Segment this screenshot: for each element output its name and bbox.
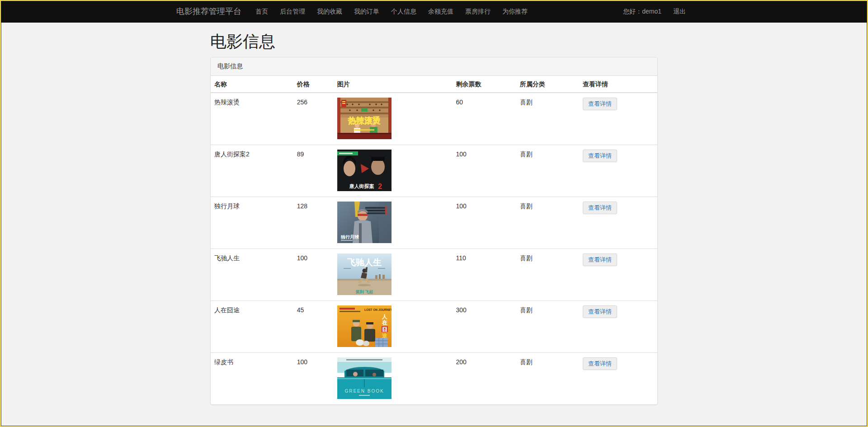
table-row: 唐人街探案2 89 唐人街探案 2 100 喜剧 查看详情 xyxy=(211,145,657,197)
movie-poster: 热辣滚烫 xyxy=(337,98,392,139)
movie-poster: 唐人街探案 2 xyxy=(337,150,392,191)
logout-link[interactable]: 退出 xyxy=(667,0,692,23)
movie-poster: GREEN BOOK xyxy=(337,357,392,399)
navbar: 电影推荐管理平台 首页 后台管理 我的收藏 我的订单 个人信息 余额充值 票房排… xyxy=(0,0,868,23)
movie-category-cell: 喜剧 xyxy=(516,249,579,300)
poster-yolo-image: 热辣滚烫 xyxy=(337,98,392,139)
poster-green-book-image: GREEN BOOK xyxy=(337,357,392,399)
column-header: 价格 xyxy=(293,76,334,93)
poster-moon-man-image: 独行月球 xyxy=(337,202,392,243)
movie-poster-cell: GREEN BOOK xyxy=(334,352,453,404)
view-detail-button[interactable]: 查看详情 xyxy=(583,253,617,266)
movie-price-cell: 45 xyxy=(293,300,334,352)
movie-poster-cell: 飞驰人生 笑到 飞起 xyxy=(334,249,453,300)
movie-poster-cell: 热辣滚烫 xyxy=(334,93,453,145)
movie-poster: LOST ON JOURNEY 人 在 囧 途 xyxy=(337,305,392,347)
column-header: 剩余票数 xyxy=(452,76,516,93)
svg-text:GREEN BOOK: GREEN BOOK xyxy=(344,389,384,394)
movie-tickets-cell: 100 xyxy=(452,145,516,197)
column-header: 查看详情 xyxy=(579,76,657,93)
svg-text:在: 在 xyxy=(382,319,387,326)
column-header: 名称 xyxy=(211,76,293,93)
poster-lost-on-journey-image: LOST ON JOURNEY 人 在 囧 途 xyxy=(337,305,392,347)
movie-poster-cell: 唐人街探案 2 xyxy=(334,145,453,197)
movie-tickets-cell: 300 xyxy=(452,300,516,352)
poster-dc2-image: 唐人街探案 2 xyxy=(337,150,392,191)
movie-category-cell: 喜剧 xyxy=(516,93,579,145)
movie-price-cell: 100 xyxy=(293,249,334,300)
svg-text:热辣滚烫: 热辣滚烫 xyxy=(348,116,381,125)
movie-poster-cell: LOST ON JOURNEY 人 在 囧 途 xyxy=(334,300,453,352)
navbar-right: 您好：demo1 退出 xyxy=(617,0,692,23)
movie-tickets-cell: 200 xyxy=(452,352,516,404)
table-body: 热辣滚烫 256 热辣滚烫 60 喜剧 查看详情 xyxy=(211,93,657,404)
table-row: 独行月球 128 独行月球 100 喜剧 查看详情 xyxy=(211,197,657,249)
movie-action-cell: 查看详情 xyxy=(579,93,657,145)
view-detail-button[interactable]: 查看详情 xyxy=(583,305,617,318)
nav-item-boxoffice[interactable]: 票房排行 xyxy=(459,0,496,23)
nav-item-orders[interactable]: 我的订单 xyxy=(348,0,385,23)
movie-price-cell: 100 xyxy=(293,352,334,404)
movie-name-cell: 唐人街探案2 xyxy=(211,145,293,197)
nav-item-home[interactable]: 首页 xyxy=(250,0,274,23)
movie-action-cell: 查看详情 xyxy=(579,145,657,197)
table-row: 飞驰人生 100 飞驰人生 笑到 飞起 110 喜剧 查看详情 xyxy=(211,249,657,300)
movie-action-cell: 查看详情 xyxy=(579,197,657,249)
page-title: 电影信息 xyxy=(210,33,658,51)
movie-poster: 独行月球 xyxy=(337,202,392,243)
movie-category-cell: 喜剧 xyxy=(516,197,579,249)
movie-name-cell: 热辣滚烫 xyxy=(211,93,293,145)
movie-poster-cell: 独行月球 xyxy=(334,197,453,249)
svg-text:人: 人 xyxy=(382,314,388,320)
movie-tickets-cell: 60 xyxy=(452,93,516,145)
movie-category-cell: 喜剧 xyxy=(516,145,579,197)
view-detail-button[interactable]: 查看详情 xyxy=(583,150,617,162)
svg-text:独行月球: 独行月球 xyxy=(340,235,359,239)
user-greeting: 您好：demo1 xyxy=(617,0,667,23)
movie-category-cell: 喜剧 xyxy=(516,352,579,404)
table-row: 绿皮书 100 GREEN BOOK 200 喜剧 查看详情 xyxy=(211,352,657,404)
navbar-menu: 首页 后台管理 我的收藏 我的订单 个人信息 余额充值 票房排行 为你推荐 xyxy=(250,0,533,23)
svg-text:途: 途 xyxy=(382,333,387,339)
movie-name-cell: 人在囧途 xyxy=(211,300,293,352)
svg-text:LOST ON JOURNEY: LOST ON JOURNEY xyxy=(364,308,392,311)
column-header: 所属分类 xyxy=(516,76,579,93)
main-content: 电影信息 电影信息 名称价格图片剩余票数所属分类查看详情 热辣滚烫 256 xyxy=(210,33,658,405)
svg-text:2: 2 xyxy=(378,183,382,190)
nav-item-admin[interactable]: 后台管理 xyxy=(274,0,311,23)
table-header-row: 名称价格图片剩余票数所属分类查看详情 xyxy=(211,76,657,93)
nav-item-recommend[interactable]: 为你推荐 xyxy=(496,0,533,23)
movie-category-cell: 喜剧 xyxy=(516,300,579,352)
svg-text:唐人街探案: 唐人街探案 xyxy=(349,183,374,189)
movie-name-cell: 绿皮书 xyxy=(211,352,293,404)
view-detail-button[interactable]: 查看详情 xyxy=(583,357,617,370)
movie-action-cell: 查看详情 xyxy=(579,300,657,352)
view-detail-button[interactable]: 查看详情 xyxy=(583,202,617,214)
column-header: 图片 xyxy=(334,76,453,93)
view-detail-button[interactable]: 查看详情 xyxy=(583,98,617,110)
svg-text:飞驰人生: 飞驰人生 xyxy=(347,258,382,267)
navbar-container: 电影推荐管理平台 首页 后台管理 我的收藏 我的订单 个人信息 余额充值 票房排… xyxy=(170,0,698,23)
movie-name-cell: 独行月球 xyxy=(211,197,293,249)
movie-tickets-cell: 100 xyxy=(452,197,516,249)
movie-action-cell: 查看详情 xyxy=(579,249,657,300)
movie-price-cell: 128 xyxy=(293,197,334,249)
movies-table: 名称价格图片剩余票数所属分类查看详情 热辣滚烫 256 热辣滚烫 xyxy=(211,76,657,404)
movie-name-cell: 飞驰人生 xyxy=(211,249,293,300)
nav-item-recharge[interactable]: 余额充值 xyxy=(422,0,459,23)
poster-pegasus-image: 飞驰人生 笑到 飞起 xyxy=(337,253,392,295)
table-row: 人在囧途 45 LOST ON JOURNEY 人 在 囧 途 300 喜剧 xyxy=(211,300,657,352)
table-row: 热辣滚烫 256 热辣滚烫 60 喜剧 查看详情 xyxy=(211,93,657,145)
movie-price-cell: 89 xyxy=(293,145,334,197)
movie-tickets-cell: 110 xyxy=(452,249,516,300)
nav-item-favorites[interactable]: 我的收藏 xyxy=(311,0,348,23)
movie-poster: 飞驰人生 笑到 飞起 xyxy=(337,253,392,295)
svg-text:笑到 飞起: 笑到 飞起 xyxy=(355,290,373,294)
movie-action-cell: 查看详情 xyxy=(579,352,657,404)
movies-panel: 电影信息 名称价格图片剩余票数所属分类查看详情 热辣滚烫 256 xyxy=(210,57,658,405)
svg-text:囧: 囧 xyxy=(382,327,387,332)
panel-heading: 电影信息 xyxy=(211,57,657,76)
movie-price-cell: 256 xyxy=(293,93,334,145)
nav-item-profile[interactable]: 个人信息 xyxy=(385,0,422,23)
brand[interactable]: 电影推荐管理平台 xyxy=(176,0,241,23)
